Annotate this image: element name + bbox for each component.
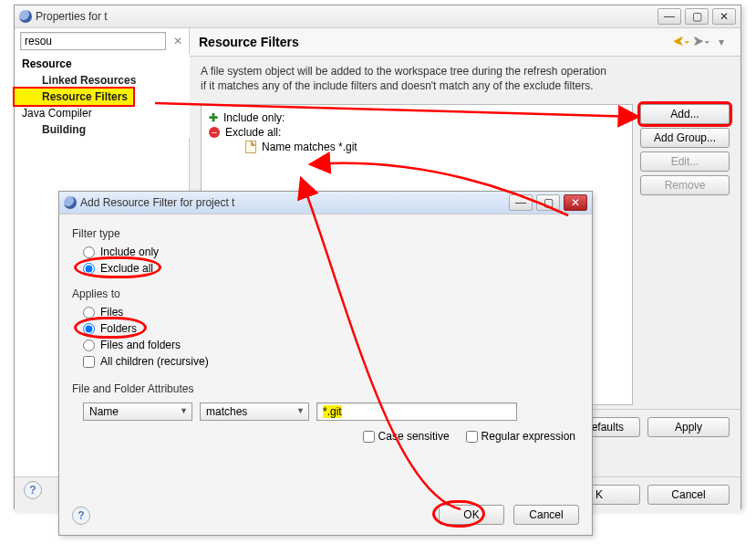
applies-to-label: Applies to [72,287,579,300]
dialog-ok-button[interactable]: OK [439,505,504,525]
maximize-button[interactable]: ▢ [685,8,709,25]
dialog-minimize-button[interactable]: — [509,194,533,211]
back-icon[interactable]: ⮜▾ [671,34,691,50]
dialog-maximize-button[interactable]: ▢ [536,194,560,211]
cancel-main-button[interactable]: Cancel [647,485,730,505]
include-only-label: Include only: [223,111,285,124]
add-group-button[interactable]: Add Group... [640,128,730,148]
close-button[interactable]: ✕ [712,8,736,25]
tree-filter-input[interactable] [20,32,166,50]
attributes-label: File and Folder Attributes [72,382,579,395]
minus-icon: – [209,127,220,138]
regex-checkbox[interactable]: Regular expression [466,430,575,443]
folders-radio[interactable]: Folders [72,320,579,337]
forward-icon[interactable]: ⮞▾ [691,34,711,50]
eclipse-icon [19,10,32,23]
files-and-folders-radio[interactable]: Files and folders [72,337,579,353]
eclipse-icon [64,196,77,209]
tree-item-building[interactable]: Building [15,121,190,138]
attribute-field-select[interactable]: Name [83,402,192,421]
file-icon [245,141,256,153]
add-button[interactable]: Add... [640,104,730,124]
filter-rule-label: Name matches *.git [262,141,357,153]
attribute-op-select[interactable]: matches [200,402,309,421]
tree-item-java-compiler[interactable]: Java Compiler [15,105,190,121]
window-title: Properties for t [36,10,654,23]
dialog-title: Add Resource Filter for project t [80,196,505,209]
clear-filter-icon[interactable]: ✕ [171,34,183,48]
case-sensitive-checkbox[interactable]: Case sensitive [363,430,450,443]
remove-button: Remove [640,175,730,195]
filter-type-label: Filter type [72,227,579,240]
files-radio[interactable]: Files [72,304,579,320]
exclude-all-radio[interactable]: Exclude all [72,260,579,277]
exclude-all-label: Exclude all: [225,126,281,139]
all-children-checkbox[interactable]: All children (recursive) [72,353,579,370]
attribute-value-input[interactable]: *.git [316,402,517,421]
tree-item-resource-filters[interactable]: Resource Filters [15,89,133,105]
menu-icon[interactable]: ▾ [711,34,731,50]
plus-icon: ✚ [209,111,218,124]
edit-button: Edit... [640,152,730,172]
include-only-radio[interactable]: Include only [72,244,579,260]
dialog-cancel-button[interactable]: Cancel [513,505,579,525]
page-title: Resource Filters [199,35,671,49]
minimize-button[interactable]: — [658,8,681,25]
apply-button[interactable]: Apply [647,417,730,437]
description-line2: if it matches any of the include filters… [201,78,730,93]
dialog-close-button[interactable]: ✕ [564,194,587,211]
dialog-help-icon[interactable]: ? [72,507,90,525]
tree-item-linked-resources[interactable]: Linked Resources [15,72,190,89]
tree-item-resource[interactable]: Resource [15,56,190,72]
help-icon[interactable]: ? [24,481,42,499]
description-line1: A file system object will be added to th… [201,64,730,78]
